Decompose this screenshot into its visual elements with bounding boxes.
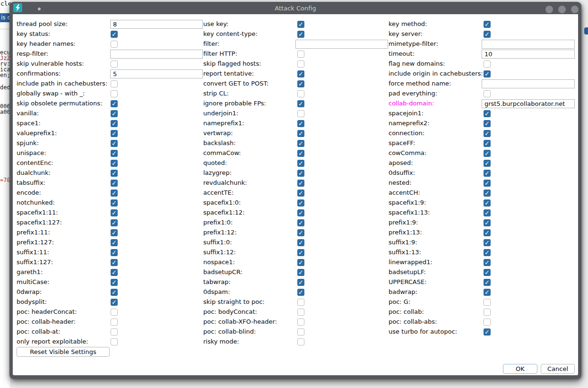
setting-checkbox-checked[interactable]: ✓ [484, 209, 491, 216]
background-text-fragment: ded [0, 84, 10, 91]
setting-checkbox-unchecked[interactable] [484, 60, 491, 68]
setting-row: poc: collab-abs: [13, 317, 578, 327]
setting-row: poc: collab: [13, 307, 578, 317]
setting-checkbox-unchecked[interactable] [484, 90, 491, 97]
setting-checkbox-unchecked[interactable] [484, 309, 491, 316]
setting-label: key method: [389, 20, 427, 27]
setting-checkbox-checked[interactable]: ✓ [484, 31, 491, 38]
setting-text-input[interactable] [482, 50, 575, 59]
titlebar[interactable]: Attack Config [9, 2, 581, 14]
setting-row: collab-domain: [13, 99, 578, 109]
check-icon: ✓ [484, 239, 490, 246]
check-icon: ✓ [484, 219, 490, 226]
setting-label: poc: collab-abs: [389, 318, 437, 325]
check-icon: ✓ [484, 110, 490, 117]
setting-row: cowComma:✓ [13, 148, 578, 158]
setting-checkbox-checked[interactable]: ✓ [484, 239, 491, 246]
window-minimize-button[interactable] [545, 6, 553, 13]
setting-checkbox-checked[interactable]: ✓ [484, 190, 491, 197]
background-text-fragment: en; [0, 72, 10, 78]
setting-row: spacefix1:13:✓ [13, 208, 578, 218]
setting-checkbox-checked[interactable]: ✓ [484, 120, 491, 127]
setting-label: poc: G: [389, 298, 410, 305]
check-icon: ✓ [484, 140, 490, 147]
setting-checkbox-unchecked[interactable] [297, 338, 304, 345]
reset-visible-settings-button[interactable]: Reset Visible Settings [17, 347, 110, 357]
setting-label: suffix1:9: [389, 239, 417, 246]
setting-label: key server: [389, 30, 423, 37]
setting-label: collab-domain: [389, 100, 434, 107]
setting-checkbox-unchecked[interactable] [484, 319, 491, 326]
setting-checkbox-checked[interactable]: ✓ [484, 219, 491, 226]
setting-row: pad everything: [13, 89, 578, 99]
window-close-button[interactable] [571, 6, 579, 13]
setting-row: spacefix1:9:✓ [13, 198, 578, 208]
check-icon: ✓ [484, 328, 490, 336]
setting-text-input[interactable] [482, 79, 575, 88]
cancel-button[interactable]: Cancel [541, 364, 575, 374]
setting-row: suffix1:9:✓ [13, 238, 578, 248]
setting-row: risky mode: [13, 337, 578, 347]
setting-checkbox-checked[interactable]: ✓ [484, 160, 491, 167]
setting-checkbox-checked[interactable]: ✓ [484, 269, 491, 276]
setting-row: include origin in cachebusters:✓ [13, 69, 578, 79]
setting-checkbox-checked[interactable]: ✓ [484, 21, 491, 28]
setting-checkbox-checked[interactable]: ✓ [484, 259, 491, 266]
background-divider [0, 29, 10, 29]
setting-checkbox-checked[interactable]: ✓ [484, 110, 491, 117]
check-icon: ✓ [484, 160, 490, 167]
setting-checkbox-checked[interactable]: ✓ [484, 140, 491, 147]
setting-row: use turbo for autopoc:✓ [13, 327, 578, 337]
setting-label: use turbo for autopoc: [389, 328, 457, 335]
setting-checkbox-checked[interactable]: ✓ [484, 328, 491, 336]
setting-label: spacejoin1: [389, 110, 424, 117]
setting-label: aposed: [389, 159, 413, 166]
setting-checkbox-unchecked[interactable] [484, 299, 491, 306]
setting-label: suffix1:13: [389, 249, 421, 256]
setting-row: connection:✓ [13, 129, 578, 138]
attack-config-dialog: Attack Config thread pool size:key statu… [9, 2, 581, 379]
setting-label: flag new domains: [389, 60, 445, 67]
setting-row: badsetupLF:✓ [13, 267, 578, 277]
setting-label: badwrap: [389, 288, 417, 295]
setting-row: suffix1:13:✓ [13, 248, 578, 258]
setting-checkbox-checked[interactable]: ✓ [484, 199, 491, 207]
setting-row: prefix1:9:✓ [13, 218, 578, 228]
setting-row: accentCH:✓ [13, 188, 578, 198]
window-maximize-button[interactable] [558, 6, 566, 13]
setting-row: key method:✓ [13, 19, 578, 29]
setting-row: prefix1:13:✓ [13, 228, 578, 238]
dialog-content: thread pool size:key status:✓key header … [13, 14, 578, 375]
ok-button[interactable]: OK [503, 364, 537, 374]
setting-row: nested:✓ [13, 178, 578, 188]
check-icon: ✓ [484, 229, 490, 236]
setting-checkbox-checked[interactable]: ✓ [484, 279, 491, 286]
setting-label: mimetype-filter: [389, 40, 438, 47]
setting-label: nested: [389, 179, 412, 186]
setting-row: key server:✓ [13, 29, 578, 39]
setting-checkbox-checked[interactable]: ✓ [484, 249, 491, 256]
setting-row: timeout: [13, 49, 578, 59]
setting-label: poc: collab: [389, 308, 424, 315]
setting-checkbox-checked[interactable]: ✓ [484, 70, 491, 78]
setting-row: flag new domains: [13, 59, 578, 69]
setting-label: UPPERCASE: [389, 278, 427, 285]
setting-row: mimetype-filter: [13, 39, 578, 49]
check-icon: ✓ [484, 130, 490, 137]
setting-checkbox-checked[interactable]: ✓ [484, 150, 491, 157]
check-icon: ✓ [484, 199, 490, 207]
check-icon: ✓ [484, 279, 490, 286]
setting-text-input[interactable] [482, 99, 575, 108]
check-icon: ✓ [484, 259, 490, 266]
setting-checkbox-checked[interactable]: ✓ [484, 130, 491, 137]
setting-text-input[interactable] [482, 40, 575, 49]
setting-checkbox-checked[interactable]: ✓ [484, 289, 491, 296]
setting-checkbox-checked[interactable]: ✓ [484, 170, 491, 177]
check-icon: ✓ [484, 190, 490, 197]
setting-label: force method name: [389, 80, 451, 87]
setting-row: spaceFF:✓ [13, 138, 578, 148]
setting-checkbox-checked[interactable]: ✓ [484, 229, 491, 236]
check-icon: ✓ [484, 269, 490, 276]
setting-checkbox-checked[interactable]: ✓ [484, 180, 491, 187]
setting-row: aposed:✓ [13, 158, 578, 168]
